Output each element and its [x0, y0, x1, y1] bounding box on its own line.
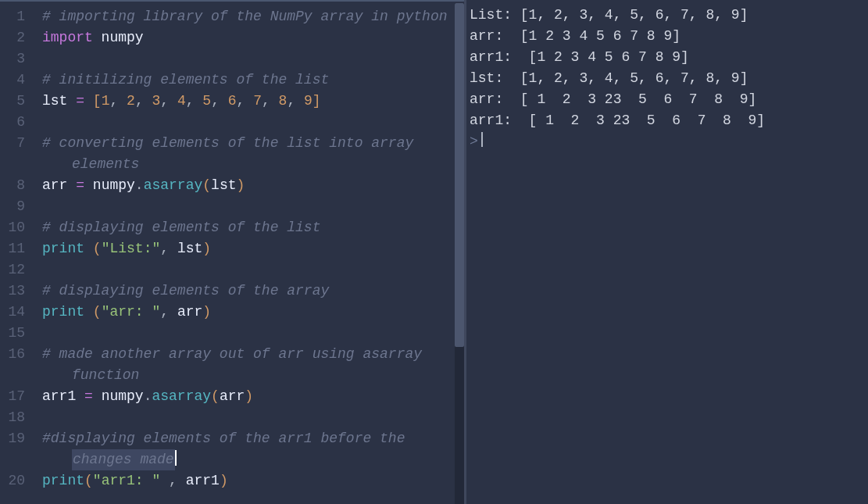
code-line[interactable]	[42, 48, 464, 70]
code-line[interactable]: # initilizing elements of the list	[42, 70, 464, 91]
console-line: arr1: [1 2 3 4 5 6 7 8 9]	[470, 47, 868, 68]
line-number: 10	[0, 217, 25, 238]
line-number: 16	[0, 344, 25, 365]
line-number: 5	[0, 91, 25, 112]
code-line[interactable]: # converting elements of the list into a…	[42, 133, 464, 154]
code-line[interactable]	[42, 112, 464, 133]
console-line: arr: [1 2 3 4 5 6 7 8 9]	[470, 26, 868, 47]
line-number: 18	[0, 407, 25, 428]
console-line: List: [1, 2, 3, 4, 5, 6, 7, 8, 9]	[470, 5, 868, 26]
code-line[interactable]: arr = numpy.asarray(lst)	[42, 175, 464, 196]
line-number: 6	[0, 112, 25, 133]
line-number: 1	[0, 6, 25, 27]
editor-scrollbar[interactable]	[455, 3, 464, 504]
code-line-wrap[interactable]: changes made	[42, 449, 464, 470]
line-number: 12	[0, 259, 25, 281]
console-line: arr: [ 1 2 3 23 5 6 7 8 9]	[470, 89, 868, 110]
line-number: 17	[0, 386, 25, 407]
line-number: 2	[0, 27, 25, 48]
code-line[interactable]: print("arr1: " , arr1)	[42, 470, 464, 491]
code-line[interactable]: # displaying elements of the array	[42, 281, 464, 302]
line-number: 11	[0, 238, 25, 259]
line-number: 8	[0, 175, 25, 196]
line-number: 19	[0, 428, 25, 449]
code-line[interactable]: # importing library of the NumPy array i…	[42, 6, 464, 27]
ide-window: 1234567891011121314151617181920 # import…	[0, 0, 868, 504]
code-line[interactable]: print ("List:", lst)	[42, 238, 464, 259]
line-number-gutter: 1234567891011121314151617181920	[0, 2, 34, 504]
line-number: 13	[0, 281, 25, 302]
code-line[interactable]	[42, 407, 464, 428]
line-number: 3	[0, 48, 25, 70]
code-line[interactable]: # displaying elements of the list	[42, 217, 464, 238]
code-line-wrap[interactable]: elements	[42, 154, 464, 175]
console-prompt: >	[470, 134, 478, 149]
code-line[interactable]	[42, 323, 464, 344]
editor-scrollbar-thumb[interactable]	[455, 3, 464, 347]
line-number: 4	[0, 70, 25, 91]
code-line[interactable]: import numpy	[42, 27, 464, 48]
code-line[interactable]	[42, 259, 464, 281]
console-prompt-line[interactable]: >	[470, 131, 868, 152]
console-cursor	[481, 132, 483, 147]
code-line[interactable]: lst = [1, 2, 3, 4, 5, 6, 7, 8, 9]	[42, 91, 464, 112]
code-area[interactable]: # importing library of the NumPy array i…	[34, 2, 464, 504]
console-line: arr1: [ 1 2 3 23 5 6 7 8 9]	[470, 110, 868, 131]
code-line[interactable]: print ("arr: ", arr)	[42, 302, 464, 323]
code-line[interactable]	[42, 196, 464, 217]
line-number: 9	[0, 196, 25, 217]
line-number: 7	[0, 133, 25, 154]
code-editor-pane[interactable]: 1234567891011121314151617181920 # import…	[0, 0, 464, 504]
code-line[interactable]: arr1 = numpy.asarray(arr)	[42, 386, 464, 407]
console-line: lst: [1, 2, 3, 4, 5, 6, 7, 8, 9]	[470, 68, 868, 89]
code-line-wrap[interactable]: function	[42, 365, 464, 386]
code-line[interactable]: # made another array out of arr using as…	[42, 344, 464, 365]
code-line[interactable]: #displaying elements of the arr1 before …	[42, 428, 464, 449]
line-number: 14	[0, 302, 25, 323]
line-number: 20	[0, 470, 25, 491]
text-caret	[175, 450, 177, 466]
line-number: 15	[0, 323, 25, 344]
output-console-pane[interactable]: List: [1, 2, 3, 4, 5, 6, 7, 8, 9]arr: [1…	[466, 0, 868, 504]
